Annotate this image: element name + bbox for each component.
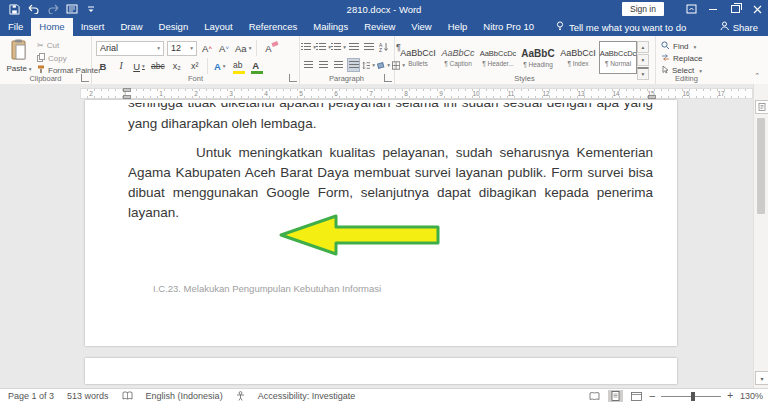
ribbon-display-options-icon[interactable]: [680, 0, 702, 18]
language-indicator[interactable]: English (Indonesia): [146, 391, 223, 401]
tab-home[interactable]: Home: [31, 18, 72, 36]
bullets-icon[interactable]: [302, 40, 315, 54]
document-area: 211234567891011121314151617 sehingga tid…: [0, 84, 768, 388]
justify-icon[interactable]: [347, 58, 360, 72]
strikethrough-button[interactable]: abc: [150, 59, 166, 73]
multilevel-list-icon[interactable]: [332, 40, 345, 54]
align-center-icon[interactable]: [317, 58, 330, 72]
read-mode-icon[interactable]: [587, 390, 602, 402]
copy-button[interactable]: Copy: [37, 53, 67, 64]
left-arrow-shape[interactable]: [278, 213, 442, 257]
tab-draw[interactable]: Draw: [112, 18, 150, 36]
text-effects-button[interactable]: A: [213, 59, 227, 73]
tab-review[interactable]: Review: [356, 18, 403, 36]
page-count[interactable]: Page 1 of 3: [8, 391, 54, 401]
scrollbar-down-icon[interactable]: ▾: [755, 371, 768, 385]
share-button[interactable]: Share: [720, 18, 768, 36]
italic-button[interactable]: I: [114, 59, 128, 73]
highlight-color-button[interactable]: ab: [231, 58, 245, 74]
line-spacing-icon[interactable]: [362, 58, 375, 72]
undo-icon[interactable]: [27, 3, 40, 16]
superscript-button[interactable]: x²: [188, 59, 202, 73]
tell-me-box[interactable]: Tell me what you want to do: [556, 18, 686, 36]
decrease-indent-icon[interactable]: [347, 40, 360, 54]
redo-icon[interactable]: [46, 3, 59, 16]
sign-in-button[interactable]: Sign in: [622, 2, 664, 16]
restore-button[interactable]: [724, 0, 746, 18]
zoom-level[interactable]: 130%: [739, 391, 763, 401]
cut-button[interactable]: ✂ Cut: [37, 41, 59, 50]
save-icon[interactable]: [8, 3, 21, 16]
paragraph-2-line: dibuat menggunakan Google Form, selanjut…: [128, 183, 653, 203]
increase-indent-icon[interactable]: [362, 40, 375, 54]
paste-button[interactable]: Paste: [4, 39, 34, 77]
style-sample: AaBbCcI: [560, 48, 596, 58]
zoom-slider-thumb[interactable]: [691, 392, 695, 401]
shading-icon[interactable]: [377, 58, 390, 72]
tab-help[interactable]: Help: [440, 18, 476, 36]
zoom-out-button[interactable]: –: [650, 391, 656, 401]
align-left-icon[interactable]: [302, 58, 315, 72]
underline-button[interactable]: U: [132, 59, 146, 73]
tab-view[interactable]: View: [403, 18, 439, 36]
vertical-scrollbar[interactable]: ▾: [753, 84, 768, 388]
ruler-number: 17: [717, 90, 724, 97]
clipboard-group: Paste ✂ Cut Copy Format Painter Clipboar…: [0, 36, 92, 84]
accessibility-icon[interactable]: [236, 391, 245, 401]
page-1[interactable]: sehingga tidak diketahui apakah pelayana…: [85, 100, 677, 346]
tab-file[interactable]: File: [0, 18, 31, 36]
style-index[interactable]: AaBbCcI ¶ Index: [559, 41, 597, 74]
subscript-button[interactable]: x₂: [170, 59, 184, 73]
proofing-icon[interactable]: [122, 391, 133, 401]
zoom-in-button[interactable]: +: [727, 391, 733, 401]
clear-formatting-button[interactable]: A: [261, 41, 275, 55]
style-header[interactable]: AaBbCcDc ¶ Header...: [479, 41, 517, 74]
style-heading[interactable]: AaBbC ¶ Heading: [519, 41, 557, 74]
tab-nitro-pro[interactable]: Nitro Pro 10: [475, 18, 542, 36]
shrink-font-button[interactable]: A: [217, 41, 231, 55]
word-count[interactable]: 513 words: [67, 391, 109, 401]
scrollbar-page-icon[interactable]: [755, 100, 768, 114]
minimize-button[interactable]: [702, 0, 724, 18]
styles-scroll-down-icon[interactable]: ▾: [637, 54, 649, 66]
numbering-icon[interactable]: [317, 40, 330, 54]
replace-button[interactable]: Replace: [661, 53, 702, 64]
change-case-button[interactable]: Aa: [234, 41, 252, 55]
customize-qat-icon[interactable]: [84, 3, 97, 16]
zoom-slider[interactable]: [661, 390, 721, 402]
tab-design[interactable]: Design: [151, 18, 197, 36]
grow-font-button[interactable]: A: [200, 41, 214, 55]
find-button[interactable]: Find: [661, 41, 696, 52]
sort-icon[interactable]: AZ: [377, 40, 390, 54]
ruler-number: 9: [439, 90, 443, 97]
ruler[interactable]: 211234567891011121314151617: [80, 88, 753, 99]
font-color-button[interactable]: A: [249, 58, 263, 74]
accessibility-status[interactable]: Accessibility: Investigate: [258, 391, 356, 401]
tab-mailings[interactable]: Mailings: [305, 18, 356, 36]
bold-button[interactable]: B: [96, 59, 110, 73]
tab-references[interactable]: References: [241, 18, 306, 36]
font-name-combo[interactable]: Arial▾: [96, 41, 164, 56]
web-layout-icon[interactable]: [629, 390, 644, 402]
style-bullets[interactable]: AaBbCcI Bullets: [399, 41, 437, 74]
styles-scroll-up-icon[interactable]: ▴: [637, 41, 649, 53]
close-button[interactable]: [746, 0, 768, 18]
collapse-ribbon-icon[interactable]: ⌃: [754, 72, 760, 80]
scrollbar-thumb[interactable]: [757, 118, 765, 214]
print-layout-icon[interactable]: [608, 390, 623, 402]
paragraph-dialog-launcher-icon[interactable]: [384, 74, 392, 82]
style-caption[interactable]: AaBbCc ¶ Caption: [439, 41, 477, 74]
tab-insert[interactable]: Insert: [73, 18, 113, 36]
style-normal[interactable]: AaBbCcDc ¶ Normal: [599, 41, 637, 74]
clipboard-dialog-launcher-icon[interactable]: [81, 74, 89, 82]
align-right-icon[interactable]: [332, 58, 345, 72]
hanging-indent-marker[interactable]: [123, 95, 131, 99]
page-2[interactable]: [85, 358, 677, 384]
right-indent-marker[interactable]: [648, 95, 656, 99]
print-preview-icon[interactable]: [65, 3, 78, 16]
tab-layout[interactable]: Layout: [196, 18, 241, 36]
font-size-combo[interactable]: 12▾: [167, 41, 197, 56]
font-dialog-launcher-icon[interactable]: [289, 74, 297, 82]
font-group: Arial▾ 12▾ A A Aa A B I U abc x₂ x² A: [92, 36, 300, 84]
ruler-number: 11: [508, 90, 515, 97]
